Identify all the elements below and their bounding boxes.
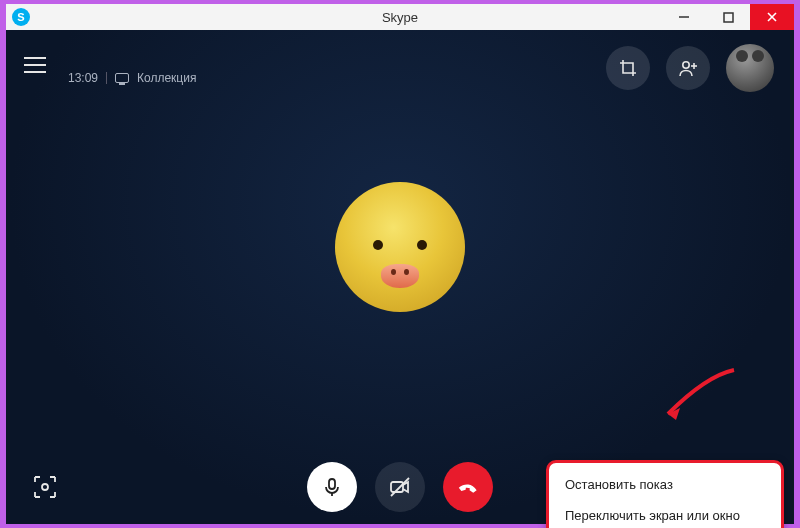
maximize-button[interactable] [706,4,750,30]
add-participant-button[interactable] [666,46,710,90]
svg-rect-1 [724,13,733,22]
top-right-actions [606,44,774,92]
window-controls [662,4,794,30]
skype-icon: S [12,8,30,26]
svg-line-11 [391,478,409,496]
contact-avatar [335,182,465,312]
titlebar: S Skype [6,4,794,30]
svg-point-7 [42,484,48,490]
svg-rect-8 [329,479,335,489]
call-info: 13:09 Коллекция [68,71,196,85]
screen-icon [115,73,129,83]
separator [106,72,107,84]
crop-button[interactable] [606,46,650,90]
close-button[interactable] [750,4,794,30]
self-avatar[interactable] [726,44,774,92]
main-call-buttons [307,462,493,512]
microphone-button[interactable] [307,462,357,512]
menu-icon[interactable] [24,50,54,80]
call-topbar: 13:09 Коллекция [6,30,794,100]
camera-off-button[interactable] [375,462,425,512]
snapshot-button[interactable] [28,470,62,504]
window-title: Skype [382,10,418,25]
minimize-button[interactable] [662,4,706,30]
menu-item-stop-sharing[interactable]: Остановить показ [549,469,781,500]
menu-item-switch-screen[interactable]: Переключить экран или окно [549,500,781,528]
svg-point-4 [683,62,689,68]
hangup-button[interactable] [443,462,493,512]
collection-label: Коллекция [137,71,196,85]
share-context-menu: Остановить показ Переключить экран или о… [546,460,784,528]
call-area: 13:09 Коллекция [6,30,794,524]
app-window: S Skype 13:09 Коллекция [6,4,794,524]
call-duration: 13:09 [68,71,98,85]
